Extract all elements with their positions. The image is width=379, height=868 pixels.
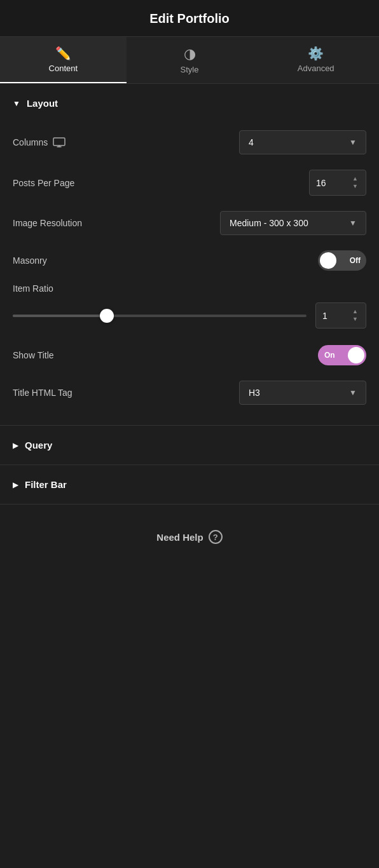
filter-bar-arrow-icon: ▶ [13,480,18,489]
masonry-toggle[interactable]: Off [318,250,366,271]
help-icon: ? [209,530,223,544]
show-title-toggle-label: On [324,351,335,360]
layout-settings: Columns 4 ▼ Posts Per Page [0,123,379,425]
posts-increment[interactable]: ▲ [351,175,359,182]
show-title-toggle-knob [348,347,364,363]
slider-fill [13,315,107,317]
title-html-tag-label: Title HTML Tag [13,388,72,398]
item-ratio-spinners: ▲ ▼ [351,308,359,323]
style-icon: ◑ [184,47,196,61]
content-icon: ✏️ [55,47,71,60]
layout-section: ▼ Layout Columns 4 [0,84,379,426]
filter-bar-section: ▶ Filter Bar [0,465,379,505]
tab-advanced[interactable]: ⚙️ Advanced [252,37,379,83]
masonry-row: Masonry Off [13,243,366,278]
monitor-icon [53,137,65,147]
image-resolution-row: Image Resolution Medium - 300 x 300 ▼ [13,203,366,243]
resolution-dropdown-arrow: ▼ [349,219,357,227]
tabs-bar: ✏️ Content ◑ Style ⚙️ Advanced [0,37,379,84]
tab-style-label: Style [181,65,199,74]
need-help-label: Need Help [156,532,203,543]
posts-per-page-input[interactable]: 16 ▲ ▼ [309,170,366,196]
filter-bar-section-header[interactable]: ▶ Filter Bar [0,465,379,504]
tab-style[interactable]: ◑ Style [127,37,253,83]
item-ratio-slider[interactable] [13,315,307,317]
slider-thumb[interactable] [100,309,114,323]
panel-title: Edit Portfolio [149,11,230,25]
layout-section-title: Layout [27,98,58,109]
filter-bar-section-title: Filter Bar [25,479,67,490]
masonry-label: Masonry [13,255,47,266]
tab-content[interactable]: ✏️ Content [0,37,127,83]
need-help-area[interactable]: Need Help ? [0,505,379,563]
columns-dropdown-arrow: ▼ [349,138,357,147]
tab-advanced-label: Advanced [298,64,334,73]
panel-header: Edit Portfolio [0,0,379,37]
columns-dropdown[interactable]: 4 ▼ [239,130,366,154]
item-ratio-row: Item Ratio 1 ▲ ▼ [13,278,366,337]
tab-content-label: Content [49,64,78,73]
posts-per-page-label: Posts Per Page [13,178,74,188]
query-section-title: Query [25,440,52,451]
columns-row: Columns 4 ▼ [13,123,366,162]
item-ratio-control: 1 ▲ ▼ [13,302,366,329]
layout-arrow-icon: ▼ [13,99,20,108]
query-section-header[interactable]: ▶ Query [0,426,379,465]
image-resolution-label: Image Resolution [13,218,82,228]
show-title-row: Show Title On [13,337,366,373]
image-resolution-dropdown[interactable]: Medium - 300 x 300 ▼ [220,211,366,235]
query-arrow-icon: ▶ [13,441,18,450]
show-title-toggle[interactable]: On [318,345,366,365]
item-ratio-input[interactable]: 1 ▲ ▼ [315,302,366,329]
posts-spinners: ▲ ▼ [351,175,359,190]
tag-dropdown-arrow: ▼ [349,388,357,397]
title-html-tag-dropdown[interactable]: H3 ▼ [239,381,366,405]
svg-rect-0 [53,138,65,146]
posts-decrement[interactable]: ▼ [351,183,359,190]
layout-section-header[interactable]: ▼ Layout [0,84,379,123]
masonry-toggle-knob [320,252,336,269]
ratio-increment[interactable]: ▲ [351,308,359,315]
advanced-icon: ⚙️ [308,47,324,60]
title-html-tag-row: Title HTML Tag H3 ▼ [13,373,366,412]
query-section: ▶ Query [0,426,379,465]
ratio-decrement[interactable]: ▼ [351,316,359,323]
masonry-toggle-label: Off [350,256,361,265]
posts-per-page-row: Posts Per Page 16 ▲ ▼ [13,162,366,203]
columns-label: Columns [13,137,65,147]
panel-content: ▼ Layout Columns 4 [0,84,379,563]
item-ratio-label: Item Ratio [13,283,366,294]
show-title-label: Show Title [13,350,54,360]
